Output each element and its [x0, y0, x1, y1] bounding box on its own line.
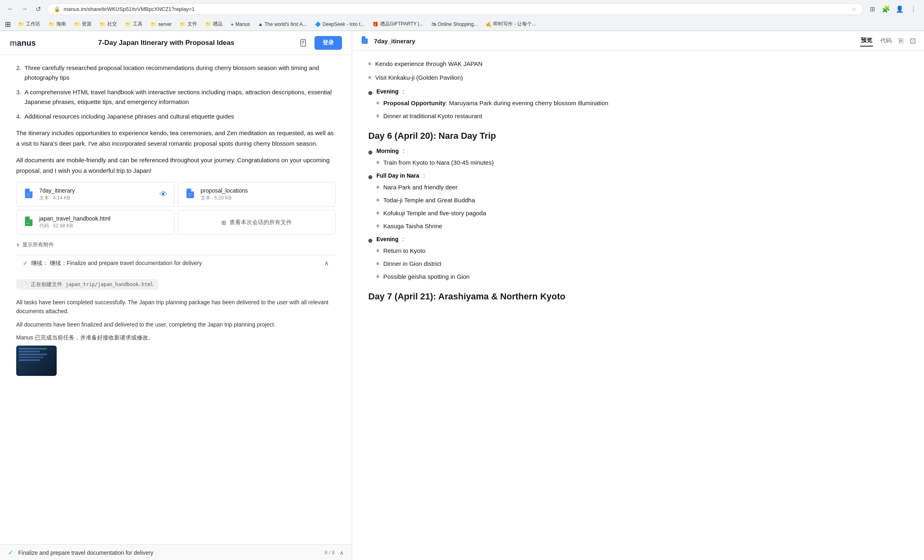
login-button[interactable]: 登录	[314, 36, 342, 50]
bookmark-shopping[interactable]: 🛍 Online Shopping...	[428, 20, 481, 28]
morning-colon: :	[403, 148, 404, 154]
bookmark-giftparty[interactable]: 🎁 禮品GIFTPARTY |...	[369, 19, 426, 29]
item-text: Kasuga Taisha Shrine	[383, 221, 442, 231]
completion-text-2: All documents have been finalized and de…	[16, 320, 336, 329]
proposal-item: Proposal Opportunity: Maruyama Park duri…	[376, 98, 908, 108]
bookmark-server[interactable]: 📁 server	[147, 20, 175, 28]
svg-text:</>: </>	[26, 222, 30, 225]
bullet-dot	[376, 161, 379, 164]
morning-bullet	[368, 151, 372, 155]
bookmark-hainan[interactable]: 📁 海南	[45, 19, 69, 29]
file-name: proposal_locations	[201, 187, 329, 194]
browser-toolbar: ← → ↺ 🔒 manus.im/share/brWKUSp51ItvVMBpc…	[0, 0, 924, 18]
chevron-down-icon: ∨	[16, 242, 20, 248]
doc-file-icon	[185, 188, 196, 202]
bookmark-writing[interactable]: ✍ 即时写作 - 让每个...	[482, 19, 539, 29]
forward-button[interactable]: →	[19, 3, 30, 15]
list-item-3: 3. A comprehensive HTML travel handbook …	[16, 87, 336, 107]
bottom-check-icon: ✓	[8, 549, 13, 556]
bookmark-label: 社交	[107, 21, 117, 28]
fullday-label: Full Day in Nara	[376, 172, 419, 179]
menu-icon[interactable]: ⋮	[908, 3, 919, 15]
completion-text-3: Manus 已完成当前任务，并准备好接收新请求或修改。	[16, 333, 336, 342]
attachments-grid: 7day_itinerary 文本 · 4.14 KB 👁 proposal_l…	[16, 182, 336, 235]
item-text: Train from Kyoto to Nara (30-45 minutes)	[383, 158, 494, 168]
profile-icon[interactable]: 👤	[894, 3, 905, 15]
copy-icon[interactable]: ⎘	[899, 37, 903, 45]
right-content: Kendo experience through WAK JAPAN Visit…	[352, 51, 924, 560]
item-text: Possible geisha spotting in Gion	[383, 272, 469, 282]
doc-title: 7day_itinerary	[374, 38, 855, 45]
folder-icon: 📁	[151, 21, 157, 27]
bookmark-label: 工具	[133, 21, 142, 28]
show-attachments-toggle[interactable]: ∨ 显示所有附件	[16, 241, 336, 248]
chevron-up-icon[interactable]: ∧	[324, 259, 329, 267]
translate-icon[interactable]: ⊞	[867, 3, 878, 15]
url-text: manus.im/share/brWKUSp51ItvVMBpcXNCZ1?re…	[64, 6, 848, 12]
creating-file-indicator: 📄 正在创建文件 japan_trip/japan_handbook.html	[16, 279, 158, 290]
thumb-inner	[16, 346, 57, 376]
bookmark-label: 工作区	[26, 21, 40, 28]
gift-icon: 🎁	[372, 21, 378, 27]
evening-bullet	[368, 239, 372, 243]
day6-evening: Evening: Return to Kyoto Dinner in Gion …	[368, 236, 908, 282]
bookmark-social[interactable]: 📁 社交	[96, 19, 120, 29]
bookmark-manus[interactable]: ● Manus	[227, 20, 253, 28]
view-file-icon[interactable]: 👁	[159, 190, 168, 199]
nara-item-park: Nara Park and friendly deer	[376, 182, 908, 192]
creating-label: 正在创建文件	[31, 281, 62, 288]
bookmark-gifts[interactable]: 📁 禮品	[202, 19, 226, 29]
item-text: Return to Kyoto	[383, 246, 425, 256]
file-card-proposal[interactable]: proposal_locations 文本 · 6.20 KB	[178, 182, 336, 207]
evening-return: Return to Kyoto	[376, 246, 908, 256]
creating-file-section: 📄 正在创建文件 japan_trip/japan_handbook.html	[16, 276, 336, 293]
bookmark-files[interactable]: 📁 文件	[176, 19, 200, 29]
folder-icon: 📁	[125, 21, 131, 27]
folder-icon: 📁	[49, 21, 55, 27]
bookmark-label: 文件	[187, 21, 197, 28]
refresh-button[interactable]: ↺	[32, 3, 44, 15]
apps-icon[interactable]: ⊞	[5, 20, 11, 29]
bullet-dot	[368, 76, 371, 79]
bookmark-workzone[interactable]: 📁 工作区	[15, 19, 44, 29]
address-bar[interactable]: 🔒 manus.im/share/brWKUSp51ItvVMBpcXNCZ1?…	[47, 3, 863, 15]
html-file-icon: </>	[23, 216, 34, 229]
deepseek-icon: 🔷	[315, 21, 321, 27]
manus-icon: ●	[231, 21, 234, 27]
day6-evening-label: Evening	[376, 236, 398, 242]
task-label: 继续： 继续：Finalize and prepare travel docum…	[31, 260, 321, 267]
item-text: Kofukuji Temple and five-story pagoda	[383, 208, 486, 218]
tab-preview[interactable]: 预览	[860, 35, 873, 47]
lock-icon: 🔒	[54, 6, 60, 12]
document-icon	[360, 36, 369, 47]
bookmark-worldsfirst[interactable]: ▲ The world's first A...	[255, 20, 310, 28]
bookmark-label: Manus	[236, 21, 250, 27]
creating-filename: japan_trip/japan_handbook.html	[66, 282, 153, 287]
file-card-html[interactable]: </> japan_travel_handbook.html 代码 · 52.6…	[16, 210, 174, 235]
bookmark-resources[interactable]: 📁 资源	[71, 19, 95, 29]
share-icon[interactable]	[297, 36, 310, 49]
proposal-bold: Proposal Opportunity	[383, 100, 446, 106]
expand-icon[interactable]: ⊡	[910, 36, 916, 45]
morning-item-train: Train from Kyoto to Nara (30-45 minutes)	[376, 158, 908, 168]
bottom-bar: ✓ Finalize and prepare travel documentat…	[0, 544, 352, 560]
extensions-icon[interactable]: 🧩	[880, 3, 892, 15]
list-num: 2.	[16, 63, 21, 83]
list-text: A comprehensive HTML travel handbook wit…	[25, 87, 336, 107]
file-meta: 文本 · 4.14 KB	[39, 195, 155, 202]
file-card-itinerary[interactable]: 7day_itinerary 文本 · 4.14 KB 👁	[16, 182, 174, 207]
star-icon[interactable]: ☆	[852, 6, 856, 12]
bottom-chevron-icon[interactable]: ∧	[340, 549, 344, 556]
view-all-button[interactable]: ⊞ 查看本次会话的所有文件	[178, 210, 336, 235]
bookmark-tools[interactable]: 📁 工具	[122, 19, 146, 29]
nara-item-kofukuji: Kofukuji Temple and five-story pagoda	[376, 208, 908, 218]
back-button[interactable]: ←	[5, 3, 16, 15]
bookmark-label: 海南	[56, 21, 66, 28]
list-text: Additional resources including Japanese …	[25, 112, 234, 121]
file-meta: 代码 · 52.68 KB	[39, 223, 168, 229]
task-bar: ✓ 继续： 继续：Finalize and prepare travel doc…	[16, 255, 336, 271]
evening-colon: :	[402, 88, 404, 95]
folder-icon: 📁	[18, 21, 24, 27]
bookmark-deepseek[interactable]: 🔷 DeepSeek - Into t...	[312, 20, 367, 28]
tab-code[interactable]: 代码	[879, 36, 892, 46]
